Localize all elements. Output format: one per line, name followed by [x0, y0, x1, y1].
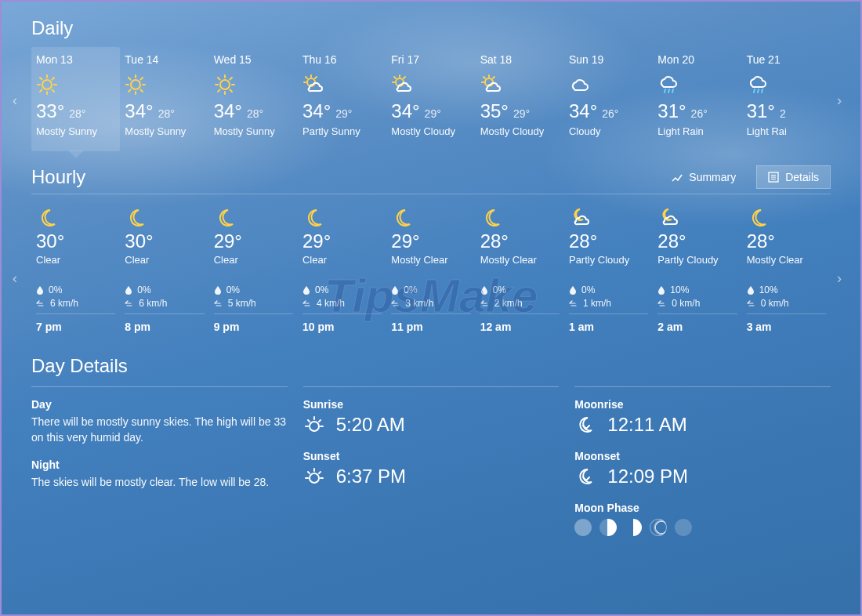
high-temp: 34° — [125, 100, 153, 121]
wind-icon — [391, 299, 400, 307]
divider — [31, 194, 831, 194]
condition-text: Light Rai — [747, 125, 826, 137]
hourly-time: 11 pm — [391, 321, 470, 333]
high-temp: 34° — [391, 100, 419, 121]
hourly-item[interactable]: 30°Clear0%6 km/h8 pm — [120, 202, 208, 339]
precip-value: 0% — [404, 284, 417, 295]
daily-day-label: Wed 15 — [214, 53, 293, 66]
weather-icon — [125, 71, 204, 99]
hourly-time: 10 pm — [302, 321, 382, 333]
daily-item[interactable]: Sun 1934°26°Cloudy — [564, 47, 653, 151]
wind-value: 1 km/h — [583, 298, 611, 309]
low-temp: 29° — [425, 107, 441, 120]
daily-day-label: Sun 19 — [569, 53, 648, 66]
wind-icon — [125, 299, 134, 307]
daily-title: Daily — [31, 17, 831, 39]
moon-phase-row — [574, 519, 831, 536]
precip-icon — [569, 285, 577, 295]
weather-icon — [569, 205, 648, 229]
night-forecast-text: The skies will be mostly clear. The low … — [31, 474, 288, 490]
weather-icon — [657, 71, 737, 99]
hourly-temp: 29° — [391, 230, 470, 252]
moon-phase-icon — [599, 519, 617, 536]
precip-icon — [657, 285, 665, 295]
daily-day-label: Thu 16 — [302, 53, 382, 66]
precip-icon — [125, 285, 132, 295]
low-temp: 26° — [691, 107, 708, 120]
hourly-time: 1 am — [569, 321, 648, 333]
daily-forecast-row: ‹ › Mon 1333°28°Mostly SunnyTue 1434°28°… — [31, 47, 831, 151]
hourly-item[interactable]: 30°Clear0%6 km/h7 pm — [31, 202, 120, 339]
weather-icon — [480, 71, 560, 99]
daily-day-label: Fri 17 — [391, 53, 470, 66]
list-icon — [768, 172, 779, 183]
low-temp: 28° — [158, 107, 175, 120]
details-toggle-button[interactable]: Details — [756, 165, 831, 189]
daily-item[interactable]: Mon 2031°26°Light Rain — [653, 47, 741, 151]
hourly-item[interactable]: 29°Mostly Clear0%3 km/h11 pm — [386, 202, 475, 339]
precip-value: 0% — [137, 284, 150, 295]
day-details-title: Day Details — [31, 355, 831, 377]
hourly-time: 2 am — [657, 321, 737, 333]
high-temp: 31° — [657, 100, 686, 121]
divider — [657, 313, 737, 314]
daily-item[interactable]: Mon 1333°28°Mostly Sunny — [31, 47, 120, 151]
hourly-item[interactable]: 28°Mostly Clear10%0 km/h3 am — [742, 202, 831, 339]
weather-icon — [214, 205, 293, 229]
condition-text: Cloudy — [569, 125, 648, 137]
hourly-item[interactable]: 28°Partly Cloudy0%1 km/h1 am — [564, 202, 653, 339]
moonrise-label: Moonrise — [574, 398, 831, 411]
wind-icon — [480, 299, 490, 307]
precip-value: 0% — [581, 284, 595, 295]
weather-icon — [302, 205, 382, 229]
daily-item[interactable]: Tue 2131°2Light Rai — [742, 47, 831, 151]
daily-prev-button[interactable]: ‹ — [13, 93, 25, 106]
daily-next-button[interactable]: › — [837, 93, 849, 106]
moonset-time: 12:09 PM — [607, 466, 688, 487]
precip-value: 0% — [49, 284, 62, 295]
precip-icon — [36, 285, 44, 295]
hourly-temp: 30° — [36, 230, 115, 252]
condition-text: Mostly Sunny — [125, 125, 204, 137]
hourly-item[interactable]: 29°Clear0%5 km/h9 pm — [209, 202, 298, 339]
wind-value: 6 km/h — [139, 298, 167, 309]
condition-text: Mostly Clear — [747, 254, 826, 266]
weather-icon — [569, 71, 648, 99]
wind-value: 4 km/h — [317, 298, 345, 309]
weather-icon — [747, 71, 826, 99]
hourly-next-button[interactable]: › — [837, 271, 849, 284]
divider — [391, 313, 470, 314]
daily-day-label: Tue 14 — [125, 53, 204, 66]
low-temp: 29° — [513, 107, 530, 120]
hourly-title: Hourly — [31, 166, 85, 188]
daily-item[interactable]: Tue 1434°28°Mostly Sunny — [120, 47, 208, 151]
low-temp: 28° — [247, 107, 263, 120]
hourly-item[interactable]: 28°Mostly Clear0%2 km/h12 am — [476, 202, 564, 339]
condition-text: Clear — [214, 254, 293, 266]
hourly-temp: 29° — [302, 230, 382, 252]
divider — [574, 386, 831, 387]
summary-toggle-button[interactable]: Summary — [661, 166, 747, 188]
weather-icon — [391, 71, 470, 99]
moonrise-icon — [574, 414, 596, 436]
daily-item[interactable]: Sat 1835°29°Mostly Cloudy — [476, 47, 564, 151]
daily-item[interactable]: Wed 1534°28°Mostly Sunny — [209, 47, 298, 151]
day-label: Day — [31, 398, 288, 411]
weather-icon — [302, 71, 382, 99]
hourly-item[interactable]: 29°Clear0%4 km/h10 pm — [298, 202, 386, 339]
low-temp: 28° — [69, 107, 85, 120]
daily-item[interactable]: Fri 1734°29°Mostly Cloudy — [386, 47, 475, 151]
condition-text: Clear — [302, 254, 382, 266]
daily-item[interactable]: Thu 1634°29°Partly Sunny — [298, 47, 386, 151]
condition-text: Mostly Cloudy — [480, 125, 560, 137]
wind-icon — [302, 299, 312, 307]
wind-icon — [569, 299, 578, 307]
divider — [31, 386, 288, 387]
hourly-time: 3 am — [747, 321, 826, 333]
condition-text: Mostly Sunny — [214, 125, 293, 137]
condition-text: Mostly Cloudy — [391, 125, 470, 137]
hourly-item[interactable]: 28°Partly Cloudy10%0 km/h2 am — [653, 202, 741, 339]
precip-icon — [302, 285, 310, 295]
hourly-prev-button[interactable]: ‹ — [13, 271, 25, 284]
wind-value: 5 km/h — [228, 298, 256, 309]
